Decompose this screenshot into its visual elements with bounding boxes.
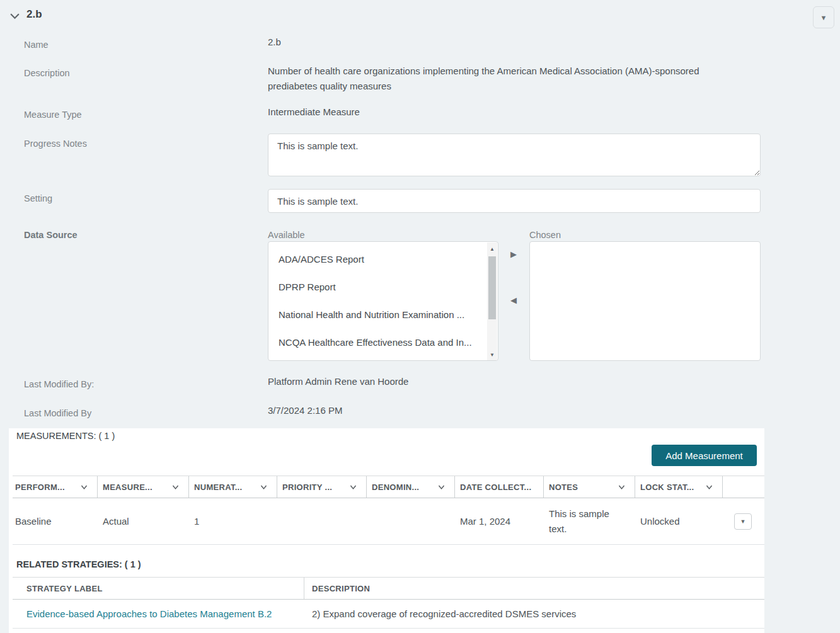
- section-menu-button[interactable]: ▼: [813, 6, 834, 28]
- caret-down-icon: ▼: [820, 14, 827, 21]
- strategy-row: Evidence-based Approaches to Diabetes Ma…: [13, 600, 764, 629]
- priority-cell: [277, 498, 367, 544]
- setting-label: Setting: [24, 193, 52, 203]
- add-measurement-button[interactable]: Add Measurement: [652, 445, 757, 466]
- measurements-heading: MEASUREMENTS: ( 1 ): [16, 431, 115, 441]
- column-header-description: DESCRIPTION: [304, 578, 764, 599]
- available-list-label: Available: [268, 230, 305, 240]
- measurement-row: Baseline Actual 1 Mar 1, 2024 This is sa…: [13, 498, 764, 545]
- available-list-scrollbar[interactable]: ▲ ▼: [487, 242, 497, 361]
- last-modified-date-value: 3/7/2024 2:16 PM: [268, 405, 342, 416]
- column-header-date-collected[interactable]: DATE COLLECT...: [455, 476, 544, 498]
- related-strategies-table: STRATEGY LABEL DESCRIPTION Evidence-base…: [13, 577, 764, 629]
- caret-down-icon: ▼: [740, 518, 746, 525]
- description-label: Description: [24, 68, 70, 78]
- chevron-down-icon[interactable]: [260, 483, 268, 491]
- column-header-priority[interactable]: PRIORITY ...: [277, 476, 367, 498]
- column-header-strategy-label: STRATEGY LABEL: [13, 578, 304, 599]
- data-source-label: Data Source: [24, 230, 78, 240]
- measure-cell: Actual: [98, 498, 189, 544]
- scroll-up-icon[interactable]: ▲: [487, 244, 497, 254]
- row-menu-button[interactable]: ▼: [734, 513, 752, 530]
- strategy-description: 2) Expand coverage of recognized-accredi…: [304, 608, 764, 619]
- column-header-notes[interactable]: NOTES: [544, 476, 635, 498]
- last-modified-by-value: Platform Admin Rene van Hoorde: [268, 376, 408, 387]
- performance-cell: Baseline: [13, 498, 98, 544]
- chevron-down-icon[interactable]: [618, 483, 626, 491]
- column-header-measure[interactable]: MEASURE...: [98, 476, 189, 498]
- notes-cell: This is sample text.: [544, 498, 635, 544]
- measurements-panel: MEASUREMENTS: ( 1 ) Add Measurement PERF…: [9, 428, 764, 633]
- available-option[interactable]: DPRP Report: [268, 273, 483, 301]
- available-listbox: ADA/ADCES Report DPRP Report National He…: [268, 241, 498, 361]
- chevron-down-icon[interactable]: [705, 483, 713, 491]
- section-collapse-chevron-icon[interactable]: [9, 11, 20, 21]
- chevron-down-icon[interactable]: [437, 483, 446, 491]
- column-header-performance[interactable]: PERFORM...: [13, 476, 98, 498]
- measure-type-value: Intermediate Measure: [268, 106, 360, 117]
- move-right-icon[interactable]: ▶: [510, 250, 517, 258]
- chevron-down-icon[interactable]: [171, 483, 180, 491]
- chevron-down-icon[interactable]: [80, 483, 88, 491]
- column-header-numerator[interactable]: NUMERAT...: [189, 476, 277, 498]
- related-strategies-table-header: STRATEGY LABEL DESCRIPTION: [13, 577, 764, 600]
- date-collected-cell: Mar 1, 2024: [455, 498, 544, 544]
- strategy-link[interactable]: Evidence-based Approaches to Diabetes Ma…: [26, 608, 272, 619]
- progress-notes-textarea[interactable]: This is sample text.: [268, 134, 761, 176]
- measurements-table: PERFORM... MEASURE... NUMERAT... PRIORIT…: [13, 476, 764, 545]
- measure-type-label: Measure Type: [24, 110, 82, 120]
- chevron-down-icon[interactable]: [349, 483, 357, 491]
- last-modified-date-label: Last Modified By: [24, 408, 91, 418]
- last-modified-by-label: Last Modified By:: [24, 379, 94, 389]
- scrollbar-thumb[interactable]: [488, 256, 496, 319]
- progress-notes-label: Progress Notes: [24, 139, 87, 149]
- chosen-listbox[interactable]: [529, 241, 761, 361]
- chosen-list-label: Chosen: [529, 230, 561, 240]
- related-strategies-heading: RELATED STRATEGIES: ( 1 ): [16, 559, 141, 569]
- scroll-down-icon[interactable]: ▼: [487, 350, 497, 360]
- move-left-icon[interactable]: ◀: [510, 296, 517, 304]
- denominator-cell: [367, 498, 455, 544]
- measurements-table-header: PERFORM... MEASURE... NUMERAT... PRIORIT…: [13, 476, 764, 498]
- available-option[interactable]: ADA/ADCES Report: [268, 246, 483, 273]
- column-header-actions: [723, 476, 764, 498]
- column-header-denominator[interactable]: DENOMIN...: [367, 476, 455, 498]
- name-label: Name: [24, 40, 49, 50]
- setting-input[interactable]: [268, 189, 761, 213]
- name-value: 2.b: [268, 37, 281, 47]
- available-option[interactable]: NCQA Healthcare Effectiveness Data and I…: [268, 329, 483, 356]
- lock-status-cell: Unlocked: [635, 498, 723, 544]
- numerator-cell: 1: [189, 498, 277, 544]
- measure-detail-page: 2.b ▼ Name Description Measure Type Prog…: [0, 0, 840, 633]
- description-value: Number of health care organizations impl…: [268, 64, 722, 94]
- column-header-lock-status[interactable]: LOCK STAT...: [635, 476, 723, 498]
- available-option[interactable]: National Health and Nutrition Examinatio…: [268, 301, 483, 329]
- page-title: 2.b: [26, 8, 42, 21]
- row-actions-cell: ▼: [723, 498, 764, 544]
